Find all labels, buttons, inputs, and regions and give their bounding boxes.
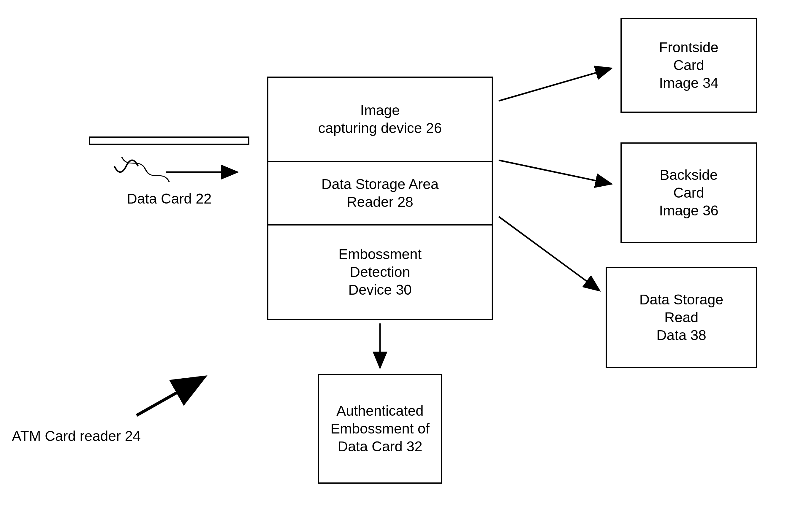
- box-authenticated-embossment: Authenticated Embossment of Data Card 32: [318, 374, 442, 483]
- arrow-to-backside: [499, 160, 611, 184]
- box-data-storage-area-reader: Data Storage Area Reader 28: [267, 161, 493, 226]
- box-authenticated-embossment-text: Authenticated Embossment of Data Card 32: [330, 402, 429, 455]
- box-data-storage-read-data: Data Storage Read Data 38: [606, 267, 757, 368]
- arrow-to-storage-read: [499, 216, 600, 291]
- box-backside-card-image: Backside Card Image 36: [621, 142, 757, 243]
- box-image-capturing-device: Image capturing device 26: [267, 77, 493, 162]
- box-embossment-detection-device-text: Embossment Detection Device 30: [338, 245, 422, 299]
- box-frontside-card-image: Frontside Card Image 34: [621, 18, 757, 113]
- squiggle-icon: [122, 157, 169, 182]
- box-backside-card-image-text: Backside Card Image 36: [659, 166, 718, 220]
- arrow-atm-label-pointer: [136, 377, 205, 415]
- arrow-to-frontside: [499, 68, 611, 101]
- data-card-label: Data Card 22: [89, 190, 250, 208]
- box-data-storage-area-reader-text: Data Storage Area Reader 28: [321, 175, 439, 211]
- atm-card-reader-label: ATM Card reader 24: [12, 427, 196, 445]
- box-data-storage-read-data-text: Data Storage Read Data 38: [640, 291, 723, 344]
- box-frontside-card-image-text: Frontside Card Image 34: [659, 39, 718, 92]
- box-image-capturing-device-text: Image capturing device 26: [318, 101, 442, 137]
- box-embossment-detection-device: Embossment Detection Device 30: [267, 224, 493, 320]
- atm-card-reader-text: ATM Card reader 24: [12, 428, 141, 444]
- data-card-label-text: Data Card 22: [127, 191, 212, 207]
- data-card-shape: [89, 136, 250, 145]
